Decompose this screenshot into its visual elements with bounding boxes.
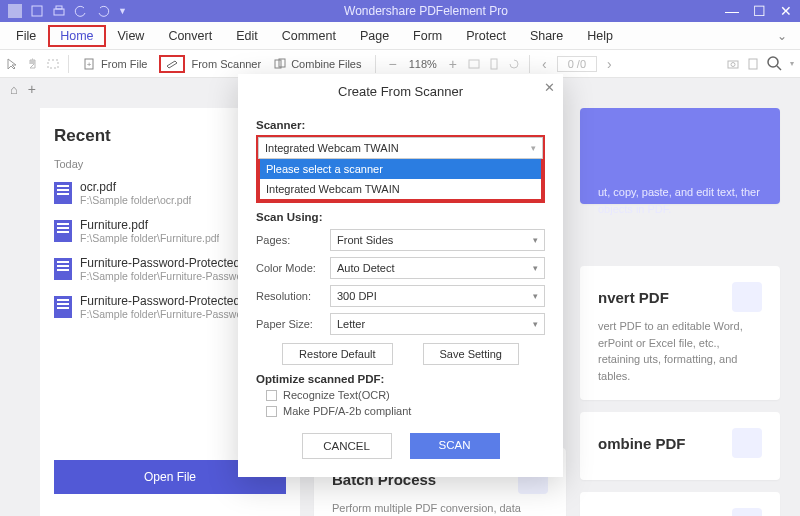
menu-home[interactable]: Home — [48, 25, 105, 47]
file-name: Furniture.pdf — [80, 218, 219, 232]
menu-convert[interactable]: Convert — [156, 25, 224, 47]
scan-using-label: Scan Using: — [256, 211, 545, 223]
right-column: ut, copy, paste, and edit text, ther obj… — [580, 100, 800, 516]
close-button[interactable]: ✕ — [780, 3, 792, 19]
search-icon[interactable] — [766, 55, 784, 73]
ocr-label: Recognize Text(OCR) — [283, 389, 390, 401]
scanner-combo[interactable]: Integrated Webcam TWAIN▾ Please select a… — [256, 135, 545, 203]
scanner-label: Scanner: — [256, 119, 545, 131]
pdfa-checkbox-row[interactable]: Make PDF/A-2b compliant — [266, 405, 545, 417]
menu-protect[interactable]: Protect — [454, 25, 518, 47]
fit-page-icon[interactable] — [487, 57, 501, 71]
save-setting-button[interactable]: Save Setting — [423, 343, 519, 365]
prev-page-button[interactable]: ‹ — [538, 56, 551, 72]
search-dropdown-icon[interactable]: ▾ — [790, 59, 794, 68]
resolution-label: Resolution: — [256, 290, 330, 302]
pdf-file-icon — [54, 220, 72, 242]
cancel-button[interactable]: CANCEL — [302, 433, 392, 459]
menu-bar: File Home View Convert Edit Comment Page… — [0, 22, 800, 50]
file-path: F:\Sample folder\Furniture-Password — [80, 308, 257, 320]
file-name: Furniture-Password-Protected.pd — [80, 294, 257, 308]
svg-rect-0 — [8, 4, 22, 18]
save-icon[interactable] — [30, 4, 44, 18]
scanner-option-placeholder[interactable]: Please select a scanner — [260, 159, 541, 179]
select-icon[interactable] — [46, 57, 60, 71]
file-path: F:\Sample folder\Furniture-Password — [80, 270, 259, 282]
fit-width-icon[interactable] — [467, 57, 481, 71]
checkbox-icon — [266, 406, 277, 417]
qat-dropdown-icon[interactable]: ▼ — [118, 6, 127, 16]
ocr-checkbox-row[interactable]: Recognize Text(OCR) — [266, 389, 545, 401]
title-bar: ▼ Wondershare PDFelement Pro ― ☐ ✕ — [0, 0, 800, 22]
menu-comment[interactable]: Comment — [270, 25, 348, 47]
undo-icon[interactable] — [74, 4, 88, 18]
maximize-button[interactable]: ☐ — [753, 3, 766, 19]
color-mode-select[interactable]: Auto Detect▾ — [330, 257, 545, 279]
ribbon-collapse-icon[interactable]: ⌄ — [768, 29, 796, 43]
menu-page[interactable]: Page — [348, 25, 401, 47]
scanner-icon — [165, 57, 179, 71]
resolution-select[interactable]: 300 DPI▾ — [330, 285, 545, 307]
restore-default-button[interactable]: Restore Default — [282, 343, 392, 365]
new-tab-button[interactable]: + — [28, 81, 36, 97]
batch-desc: Perform multiple PDF conversion, data ex… — [332, 500, 548, 516]
templates-icon — [732, 508, 762, 516]
dialog-title: Create From Scanner — [338, 84, 463, 99]
combine-pdf-card[interactable]: ombine PDF — [580, 412, 780, 480]
create-from-scanner-dialog: Create From Scanner ✕ Scanner: Integrate… — [238, 74, 563, 477]
menu-view[interactable]: View — [106, 25, 157, 47]
chevron-down-icon: ▾ — [533, 263, 538, 273]
pdf-file-icon — [54, 296, 72, 318]
convert-pdf-card[interactable]: nvert PDF vert PDF to an editable Word, … — [580, 266, 780, 400]
menu-share[interactable]: Share — [518, 25, 575, 47]
svg-point-12 — [731, 62, 735, 66]
cursor-icon[interactable] — [6, 57, 20, 71]
pages-select[interactable]: Front Sides▾ — [330, 229, 545, 251]
svg-rect-4 — [48, 60, 58, 68]
zoom-in-button[interactable]: + — [445, 56, 461, 72]
edit-desc: ut, copy, paste, and edit text, ther obj… — [598, 184, 762, 217]
rotate-icon[interactable] — [507, 57, 521, 71]
menu-edit[interactable]: Edit — [224, 25, 270, 47]
menu-form[interactable]: Form — [401, 25, 454, 47]
note-icon[interactable] — [746, 57, 760, 71]
camera-icon[interactable] — [726, 57, 740, 71]
menu-help[interactable]: Help — [575, 25, 625, 47]
dialog-close-button[interactable]: ✕ — [544, 80, 555, 95]
scanner-option-0[interactable]: Integrated Webcam TWAIN — [260, 179, 541, 199]
svg-rect-13 — [749, 59, 757, 69]
scanner-value: Integrated Webcam TWAIN — [265, 142, 399, 154]
page-indicator[interactable]: 0 /0 — [557, 56, 597, 72]
from-file-label: From File — [101, 58, 147, 70]
file-path: F:\Sample folder\Furniture.pdf — [80, 232, 219, 244]
convert-desc: vert PDF to an editable Word, erPoint or… — [598, 318, 762, 384]
scan-button[interactable]: SCAN — [410, 433, 500, 459]
convert-heading: nvert PDF — [598, 289, 669, 306]
svg-point-14 — [768, 57, 778, 67]
zoom-out-button[interactable]: − — [384, 56, 400, 72]
print-icon[interactable] — [52, 4, 66, 18]
hand-icon[interactable] — [26, 57, 40, 71]
color-mode-label: Color Mode: — [256, 262, 330, 274]
menu-file[interactable]: File — [4, 25, 48, 47]
home-tab-icon[interactable]: ⌂ — [10, 82, 18, 97]
edit-pdf-card[interactable]: ut, copy, paste, and edit text, ther obj… — [580, 108, 780, 204]
checkbox-icon — [266, 390, 277, 401]
pdf-file-icon — [54, 258, 72, 280]
svg-rect-1 — [32, 6, 42, 16]
scanner-dropdown: Please select a scanner Integrated Webca… — [258, 159, 543, 201]
pdfa-label: Make PDF/A-2b compliant — [283, 405, 411, 417]
svg-text:+: + — [87, 60, 92, 69]
convert-icon — [732, 282, 762, 312]
combine-files-button[interactable]: Combine Files — [267, 55, 367, 73]
redo-icon[interactable] — [96, 4, 110, 18]
pdf-templates-card[interactable]: DF Templates — [580, 492, 780, 516]
from-scanner-label: From Scanner — [191, 58, 261, 70]
svg-rect-10 — [491, 59, 497, 69]
combine-icon — [273, 57, 287, 71]
from-file-button[interactable]: + From File — [77, 55, 153, 73]
paper-size-select[interactable]: Letter▾ — [330, 313, 545, 335]
next-page-button[interactable]: › — [603, 56, 616, 72]
minimize-button[interactable]: ― — [725, 3, 739, 19]
from-scanner-button[interactable] — [159, 55, 185, 73]
